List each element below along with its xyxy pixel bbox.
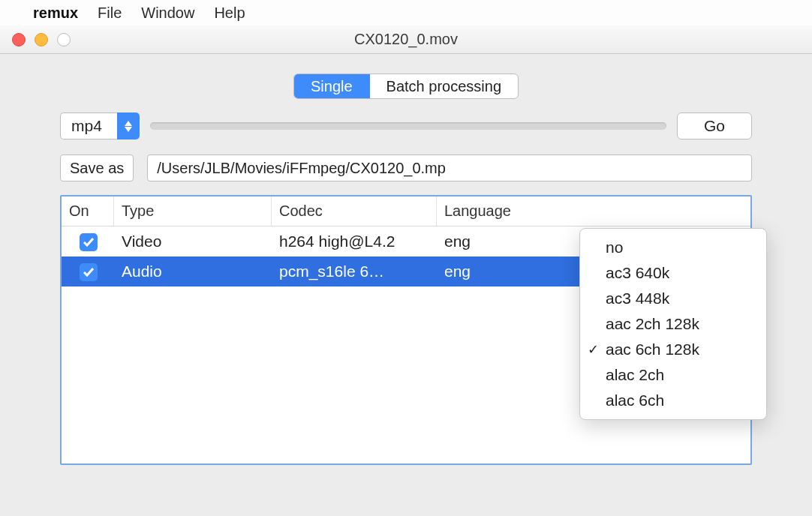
svg-marker-0 [125,121,132,126]
col-on[interactable]: On [62,196,114,226]
codec-popup-menu: no ac3 640k ac3 448k aac 2ch 128k ✓aac 6… [579,228,767,420]
menubar: remux File Window Help [0,0,812,26]
output-path-field[interactable]: /Users/JLB/Movies/iFFmpeg/CX0120_0.mp [147,154,752,182]
popup-item-aac-2ch-128k[interactable]: aac 2ch 128k [580,311,766,337]
format-select-label: mp4 [60,112,117,140]
mode-segmented-control: Single Batch processing [15,74,797,99]
row-type: Video [114,232,272,250]
table-header: On Type Codec Language [62,196,750,226]
go-button[interactable]: Go [677,112,752,140]
popup-item-aac-6ch-128k[interactable]: ✓aac 6ch 128k [580,337,766,362]
row-checkbox[interactable] [80,233,98,251]
saveas-row: Save as /Users/JLB/Movies/iFFmpeg/CX0120… [15,154,797,182]
col-language[interactable]: Language [437,196,750,226]
window-titlebar: CX0120_0.mov [0,26,812,54]
window-body: Single Batch processing mp4 Go Save as /… [0,54,812,516]
row-codec: h264 high@L4.2 [272,232,437,250]
menu-window[interactable]: Window [141,4,194,22]
save-as-button[interactable]: Save as [60,154,134,182]
window-title: CX0120_0.mov [0,31,812,48]
popup-item-alac-6ch[interactable]: alac 6ch [580,388,766,413]
row-codec: pcm_s16le 6… [272,262,437,280]
tab-single[interactable]: Single [294,74,370,98]
progress-bar [150,122,666,130]
toolbar-row: mp4 Go [15,112,797,140]
row-checkbox-cell [62,232,114,251]
popup-item-no[interactable]: no [580,235,766,260]
app-menu[interactable]: remux [33,4,78,22]
tab-batch[interactable]: Batch processing [370,74,518,98]
popup-item-ac3-640k[interactable]: ac3 640k [580,260,766,286]
menu-file[interactable]: File [98,4,122,22]
row-type: Audio [114,262,272,280]
svg-marker-1 [125,127,132,132]
format-select-stepper-icon [117,112,140,140]
format-select[interactable]: mp4 [60,112,140,140]
popup-item-alac-2ch[interactable]: alac 2ch [580,362,766,388]
row-checkbox[interactable] [80,263,98,281]
menu-help[interactable]: Help [214,4,245,22]
col-type[interactable]: Type [114,196,272,226]
col-codec[interactable]: Codec [272,196,437,226]
row-checkbox-cell [62,262,114,281]
popup-item-ac3-448k[interactable]: ac3 448k [580,286,766,311]
checkmark-icon: ✓ [588,341,599,358]
